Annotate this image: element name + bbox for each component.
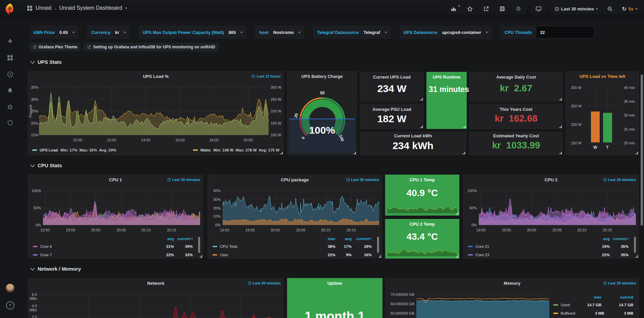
panel-time-range[interactable]: Last 30 minutes (603, 178, 636, 182)
link-ups-monitoring-guide[interactable]: Setting up Grafana and InfluxDB for UPS … (84, 43, 218, 51)
memory-chart[interactable] (416, 290, 549, 318)
server-admin-shield-icon[interactable] (0, 120, 20, 126)
panel-title[interactable]: Estimated Yearly Cost (470, 133, 562, 138)
grafana-logo-icon[interactable] (4, 3, 16, 15)
panel-title[interactable]: CPU 1 Temp (385, 177, 459, 182)
panel-title[interactable]: This Years Cost (470, 107, 562, 112)
variable-ups-datasource[interactable]: UPS Datasource apcupsd-container ▾ (400, 26, 492, 39)
stat-value: kr 162.68 (470, 113, 562, 124)
temp-sparkline (387, 246, 457, 256)
panel-time-range[interactable]: Last 12 hours (251, 74, 281, 78)
legend-col-sorted[interactable]: current▾ (352, 237, 372, 241)
legend-scrollbar[interactable] (634, 237, 636, 253)
section-cpu-stats[interactable]: CPU Stats (31, 163, 62, 168)
legend-item[interactable]: Core 7 (33, 253, 155, 257)
panel-uptime: Uptime 1 month 1 (287, 278, 382, 318)
variable-telegraf-datasource[interactable]: Telegraf Datasource Telegraf ▾ (313, 26, 390, 39)
tv-kiosk-button[interactable] (531, 3, 546, 14)
panel-title[interactable]: Current UPS Load (360, 75, 423, 80)
panel-title[interactable]: Average PSU Load (360, 107, 423, 112)
legend-col-sorted[interactable]: current▾ (174, 237, 193, 241)
legend-item[interactable]: UPS Load Min: 17% Max: 32% Avg: 20% (32, 148, 116, 152)
panel-title[interactable]: UPS Runtime (427, 75, 466, 80)
section-ups-stats[interactable]: UPS Stats (31, 59, 62, 65)
legend-item[interactable]: Core 21 (468, 244, 591, 248)
legend-col[interactable]: max (569, 295, 601, 299)
cpu1-chart[interactable] (43, 187, 200, 227)
variable-host[interactable]: host Nostromo ▾ (255, 26, 304, 39)
y-tick: 0% (466, 223, 477, 227)
bar-watts[interactable] (591, 111, 600, 142)
star-button[interactable] (463, 3, 477, 14)
panel-title[interactable]: UPS Battery Charge (287, 74, 357, 79)
network-chart[interactable] (38, 290, 282, 318)
panel-time-range[interactable]: Last 30 minutes (603, 281, 636, 285)
save-button[interactable] (495, 3, 510, 14)
series-swatch (32, 149, 37, 151)
user-avatar[interactable] (0, 284, 20, 292)
settings-gear-icon[interactable]: ⚙ (511, 3, 526, 14)
alerting-bell-icon[interactable] (0, 88, 20, 94)
legend-item[interactable]: CPU Total (213, 244, 318, 248)
legend-col[interactable]: max (318, 237, 335, 241)
y-tick-right: 40 min (624, 86, 635, 90)
link-grafana-plex-theme[interactable]: Grafana Plex Theme (30, 43, 81, 51)
bar-time-left[interactable] (603, 113, 612, 142)
panel-time-range[interactable]: Last 30 minutes (167, 178, 200, 182)
section-network-memory[interactable]: Network / Memory (31, 266, 81, 272)
cpu-threads-input[interactable]: 32 (537, 27, 594, 38)
page-title[interactable]: Unraid System Dashboard (59, 5, 122, 11)
y-tick: 60.000000 GB (386, 302, 414, 306)
legend-col[interactable]: avg (335, 237, 352, 241)
legend-value: 9% (335, 253, 352, 257)
panel-title[interactable]: Network (28, 281, 283, 286)
variable-currency[interactable]: Currency kr ▾ (87, 26, 130, 39)
panel-time-range[interactable]: Last 30 minutes (248, 281, 281, 285)
panel-time-range[interactable]: Last 30 minutes (346, 178, 379, 182)
cpu2-chart[interactable] (479, 187, 636, 227)
panel-title[interactable]: UPS Load vs Time left (566, 74, 639, 79)
legend-item[interactable]: Buffered (553, 311, 575, 315)
dashboards-icon[interactable] (0, 55, 20, 61)
legend-col-sorted[interactable]: current▾ (610, 237, 629, 241)
dashboards-grid-icon[interactable] (27, 5, 33, 11)
variable-ups-max-output[interactable]: UPS Max Output Power Capacity (Watt) 865… (139, 26, 246, 39)
dashboard-links: Grafana Plex Theme Setting up Grafana an… (30, 43, 219, 51)
share-button[interactable] (479, 3, 494, 14)
legend-scrollbar[interactable] (377, 237, 379, 253)
legend-col[interactable]: avg (155, 237, 174, 241)
legend-value: 19% (591, 244, 610, 248)
cpu-package-chart[interactable] (223, 187, 379, 227)
chevron-down-icon[interactable]: ▾ (125, 6, 127, 10)
panel-this-years-cost: This Years Cost kr 162.68 (469, 104, 563, 129)
stat-value: kr 2.67 (470, 83, 562, 94)
legend-item[interactable]: Core 6 (33, 244, 155, 248)
configuration-gear-icon[interactable]: ⚙ (0, 103, 20, 111)
variable-kwh-price[interactable]: kWh Price 0.65 ▾ (30, 26, 79, 39)
panel-title[interactable]: CPU 2 Temp (385, 222, 459, 227)
add-panel-button[interactable]: + (447, 3, 461, 14)
legend-item[interactable]: User (213, 253, 318, 257)
panel-title[interactable]: Uptime (287, 281, 382, 286)
help-icon[interactable]: ? (0, 301, 20, 310)
time-range-picker[interactable]: Last 30 minutes ▾ (551, 3, 601, 14)
legend-scrollbar[interactable] (198, 237, 200, 253)
page-scrollbar[interactable] (641, 75, 643, 226)
explore-compass-icon[interactable] (0, 71, 20, 78)
legend-item[interactable]: Core 23 (468, 253, 591, 257)
legend-col[interactable]: avg (591, 237, 610, 241)
create-plus-icon[interactable]: + (0, 36, 20, 46)
refresh-picker[interactable]: ↻ 5s ▾ (619, 3, 641, 14)
legend-col[interactable]: current (601, 295, 633, 299)
panel-title[interactable]: Current Load kWh (360, 133, 466, 138)
zoom-out-button[interactable] (603, 3, 617, 14)
sidebar: + ⚙ ? (0, 18, 20, 318)
legend-item[interactable]: Used (553, 303, 570, 307)
panel-title[interactable]: Memory (385, 281, 639, 286)
ups-load-chart[interactable] (39, 85, 269, 136)
legend-item[interactable]: Watts Min: 148 W Max: 278 W Avg: 175 W (193, 148, 280, 152)
breadcrumb-root[interactable]: Unraid (36, 5, 51, 11)
link-label: Grafana Plex Theme (39, 45, 77, 49)
panel-title[interactable]: UPS Load % (28, 74, 283, 79)
panel-title[interactable]: Average Daily Cost (470, 75, 562, 80)
